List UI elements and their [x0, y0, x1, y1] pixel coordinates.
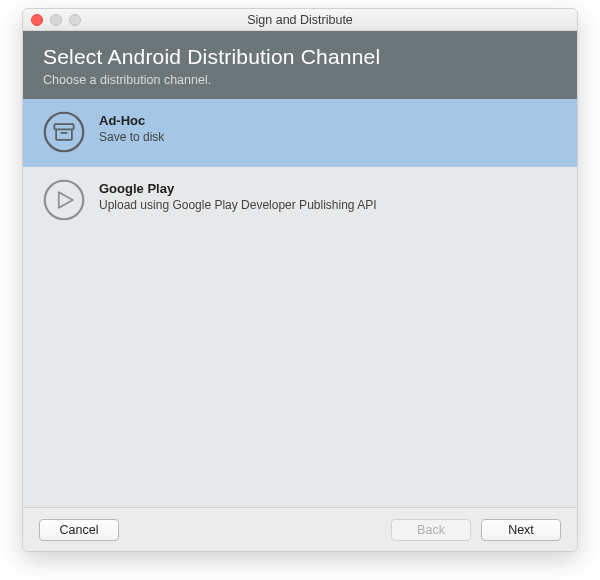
play-store-icon — [43, 179, 85, 221]
archive-box-icon — [43, 111, 85, 153]
option-google-play[interactable]: Google Play Upload using Google Play Dev… — [23, 167, 577, 235]
maximize-window-button[interactable] — [69, 14, 81, 26]
page-subtitle: Choose a distribution channel. — [43, 73, 557, 87]
option-adhoc[interactable]: Ad-Hoc Save to disk — [23, 99, 577, 167]
minimize-window-button[interactable] — [50, 14, 62, 26]
dialog-window: Sign and Distribute Select Android Distr… — [22, 8, 578, 552]
close-window-button[interactable] — [31, 14, 43, 26]
next-button[interactable]: Next — [481, 519, 561, 541]
svg-marker-4 — [59, 192, 73, 208]
svg-rect-1 — [54, 124, 73, 129]
page-header: Select Android Distribution Channel Choo… — [23, 31, 577, 99]
back-button: Back — [391, 519, 471, 541]
options-list: Ad-Hoc Save to disk Google Play Upload u… — [23, 99, 577, 507]
option-title: Google Play — [99, 181, 377, 196]
cancel-button[interactable]: Cancel — [39, 519, 119, 541]
option-desc: Upload using Google Play Developer Publi… — [99, 198, 377, 212]
svg-point-3 — [45, 181, 84, 220]
titlebar: Sign and Distribute — [23, 9, 577, 31]
option-text: Google Play Upload using Google Play Dev… — [99, 179, 377, 212]
page-title: Select Android Distribution Channel — [43, 45, 557, 69]
window-title: Sign and Distribute — [23, 13, 577, 27]
option-desc: Save to disk — [99, 130, 164, 144]
option-title: Ad-Hoc — [99, 113, 164, 128]
option-text: Ad-Hoc Save to disk — [99, 111, 164, 144]
window-controls — [31, 14, 81, 26]
footer: Cancel Back Next — [23, 507, 577, 551]
